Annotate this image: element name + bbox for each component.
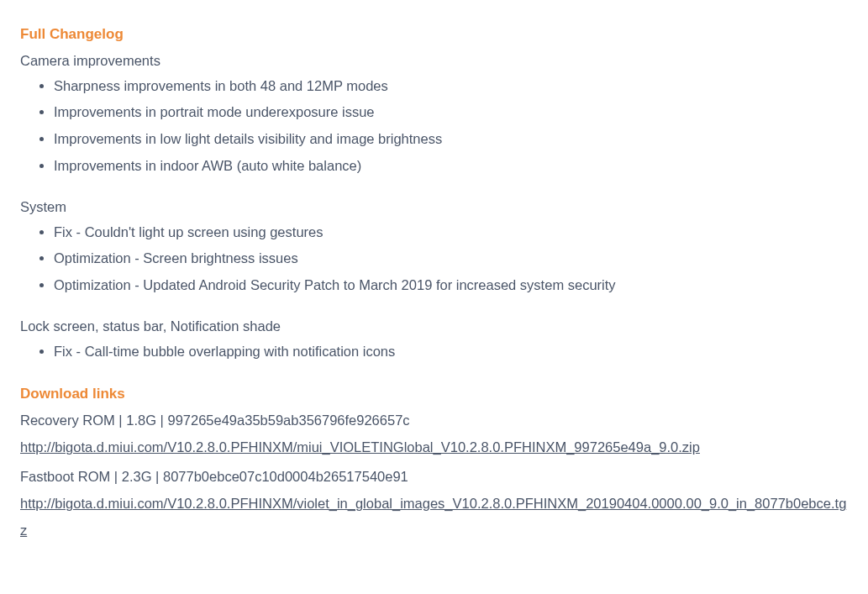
section-system: System Fix - Couldn't light up screen us… (20, 197, 848, 296)
recovery-rom-info: Recovery ROM | 1.8G | 997265e49a35b59ab3… (20, 410, 848, 432)
fastboot-rom-info: Fastboot ROM | 2.3G | 8077b0ebce07c10d00… (20, 466, 848, 488)
recovery-rom-link[interactable]: http://bigota.d.miui.com/V10.2.8.0.PFHIN… (20, 439, 700, 455)
section-list: Fix - Couldn't light up screen using ges… (20, 222, 848, 297)
list-item: Improvements in indoor AWB (auto white b… (54, 155, 848, 177)
downloads-title: Download links (20, 383, 848, 405)
section-list: Sharpness improvements in both 48 and 12… (20, 76, 848, 176)
section-list: Fix - Call-time bubble overlapping with … (20, 341, 848, 363)
section-heading: Camera improvements (20, 50, 848, 72)
list-item: Optimization - Screen brightness issues (54, 248, 848, 270)
list-item: Fix - Call-time bubble overlapping with … (54, 341, 848, 363)
section-heading: Lock screen, status bar, Notification sh… (20, 316, 848, 338)
changelog-title: Full Changelog (20, 24, 848, 45)
list-item: Optimization - Updated Android Security … (54, 275, 848, 297)
fastboot-rom-link[interactable]: http://bigota.d.miui.com/V10.2.8.0.PFHIN… (20, 496, 846, 537)
list-item: Sharpness improvements in both 48 and 12… (54, 76, 848, 97)
section-camera: Camera improvements Sharpness improvemen… (20, 50, 848, 176)
list-item: Fix - Couldn't light up screen using ges… (54, 222, 848, 244)
list-item: Improvements in low light details visibi… (54, 129, 848, 150)
section-heading: System (20, 197, 848, 218)
section-lockscreen: Lock screen, status bar, Notification sh… (20, 316, 848, 362)
list-item: Improvements in portrait mode underexpos… (54, 102, 848, 124)
